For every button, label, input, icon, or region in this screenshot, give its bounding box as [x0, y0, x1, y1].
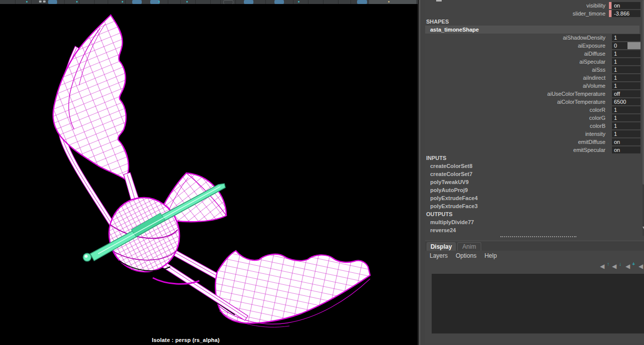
channel-value-field[interactable]: 1: [612, 66, 640, 73]
panel-bottom-edge: [425, 343, 644, 345]
output-node[interactable]: reverse24: [425, 226, 642, 234]
viewport-panel: Isolate : persp (rs_alpha): [0, 0, 418, 345]
menu-options[interactable]: Options: [456, 252, 476, 259]
input-node[interactable]: polyExtrudeFace3: [425, 202, 642, 210]
channel-row: intensity1: [425, 130, 642, 138]
channel-label[interactable]: aiColorTemperature: [425, 99, 608, 105]
shape-node-name[interactable]: asta_timoneShape: [425, 26, 639, 34]
toolbar-field[interactable]: [369, 0, 416, 4]
channel-label[interactable]: slider_timone: [425, 11, 608, 17]
channel-label[interactable]: intensity: [425, 131, 608, 137]
keyed-channel-indicator: [609, 10, 611, 17]
channel-row: slider_timone -3.866: [425, 10, 642, 18]
create-layer-from-selected-icon[interactable]: ◀●: [638, 262, 644, 270]
channel-label[interactable]: aiIndirect: [425, 75, 608, 81]
channel-label[interactable]: colorB: [425, 123, 608, 129]
channel-label[interactable]: aiShadowDensity: [425, 35, 608, 41]
isolate-label: Isolate : persp (rs_alpha): [152, 337, 219, 343]
keyed-channel-indicator: [609, 2, 611, 9]
channel-value-field[interactable]: off: [612, 90, 640, 97]
channel-value-field[interactable]: 1: [612, 114, 640, 121]
toolbar-active-button[interactable]: [48, 0, 57, 4]
channel-row: aiShadowDensity1: [425, 34, 642, 42]
channel-row: visibility on: [425, 2, 642, 10]
channel-value-field[interactable]: 1: [612, 74, 640, 81]
panel-divider[interactable]: [418, 0, 425, 345]
layer-editor-menubar: Layers Options Help: [425, 251, 644, 260]
channel-row: colorR1: [425, 106, 642, 114]
input-node[interactable]: polyAutoProj9: [425, 186, 642, 194]
channel-label[interactable]: emitDiffuse: [425, 139, 608, 145]
channel-value-field[interactable]: on: [612, 146, 640, 153]
channel-value-field[interactable]: 1: [612, 50, 640, 57]
channel-label[interactable]: aiUseColorTemperature: [425, 91, 608, 97]
channel-row: aiSss1: [425, 66, 642, 74]
channel-value-field[interactable]: 1: [612, 82, 640, 89]
input-node[interactable]: createColorSet7: [425, 170, 642, 178]
channel-value-field[interactable]: -3.866: [612, 10, 640, 17]
channel-row: aiIndirect1: [425, 74, 642, 82]
channel-value-field[interactable]: 1: [612, 106, 640, 113]
channel-value-field[interactable]: 0: [612, 42, 640, 49]
channel-label[interactable]: colorG: [425, 115, 608, 121]
input-node[interactable]: polyExtrudeFace4: [425, 194, 642, 202]
shapes-section-header: SHAPES: [425, 18, 642, 26]
panel-splitter-handle[interactable]: [425, 234, 644, 240]
channel-row: aiVolume1: [425, 82, 642, 90]
layer-editor-tabs: Display Anim: [425, 241, 644, 251]
channel-box-panel: visibility on slider_timone -3.866 SHAPE…: [425, 0, 644, 345]
channel-row: emitSpecularon: [425, 146, 642, 154]
channel-label[interactable]: aiSpecular: [425, 59, 608, 65]
input-node[interactable]: polyTweakUV9: [425, 178, 642, 186]
input-node[interactable]: createColorSet8: [425, 162, 642, 170]
channel-label[interactable]: aiDiffuse: [425, 51, 608, 57]
tab-anim[interactable]: Anim: [457, 242, 481, 251]
channel-label[interactable]: colorR: [425, 107, 608, 113]
channel-value-field[interactable]: 6500: [612, 98, 640, 105]
field-highlight: [627, 42, 640, 49]
toolbar-active-button[interactable]: [274, 0, 284, 4]
toolbar-active-button[interactable]: [244, 0, 253, 4]
channel-label[interactable]: aiExposure: [425, 43, 608, 49]
toolbar-glyph: [39, 1, 42, 3]
move-layer-down-icon[interactable]: ◀↓: [612, 262, 621, 270]
channel-label[interactable]: emitSpecular: [425, 147, 608, 153]
channel-box: visibility on slider_timone -3.866 SHAPE…: [425, 0, 642, 234]
viewport-canvas[interactable]: [0, 4, 418, 345]
menu-layers[interactable]: Layers: [430, 252, 448, 259]
output-node[interactable]: multiplyDivide77: [425, 218, 642, 226]
channel-row: emitDiffuseon: [425, 138, 642, 146]
channel-label[interactable]: aiVolume: [425, 83, 608, 89]
channel-label[interactable]: visibility: [425, 3, 608, 9]
channel-row: colorB1: [425, 122, 642, 130]
channel-value-field[interactable]: 1: [612, 122, 640, 129]
layer-editor: Display Anim Layers Options Help ◀↑ ◀↓ ◀…: [425, 241, 644, 345]
channel-label[interactable]: aiSss: [425, 67, 608, 73]
channel-row: aiSpecular1: [425, 58, 642, 66]
channel-value-field[interactable]: 1: [612, 34, 640, 41]
maya-window: Isolate : persp (rs_alpha) visibility on…: [0, 0, 644, 345]
tab-display[interactable]: Display: [427, 242, 456, 251]
outputs-section-header: OUTPUTS: [425, 210, 642, 218]
channel-value-field[interactable]: on: [612, 2, 640, 9]
layer-list[interactable]: [432, 274, 644, 333]
channel-value-field[interactable]: on: [612, 138, 640, 145]
channel-row: aiExposure0: [425, 42, 642, 50]
inputs-section-header: INPUTS: [425, 154, 642, 162]
menu-help[interactable]: Help: [484, 252, 497, 259]
move-layer-up-icon[interactable]: ◀↑: [600, 262, 609, 270]
channel-row: aiColorTemperature6500: [425, 98, 642, 106]
channel-row: colorG1: [425, 114, 642, 122]
channel-value-field[interactable]: 1: [612, 58, 640, 65]
layer-editor-toolbar: ◀↑ ◀↓ ◀+ ◀●: [425, 260, 644, 274]
toolbar-active-button[interactable]: [132, 0, 142, 4]
channel-row: aiDiffuse1: [425, 50, 642, 58]
channel-value-field[interactable]: 1: [612, 130, 640, 137]
toolbar-glyph: [43, 1, 46, 3]
channel-row: aiUseColorTemperatureoff: [425, 90, 642, 98]
create-empty-layer-icon[interactable]: ◀+: [625, 262, 634, 270]
toolbar-active-button[interactable]: [357, 0, 367, 4]
